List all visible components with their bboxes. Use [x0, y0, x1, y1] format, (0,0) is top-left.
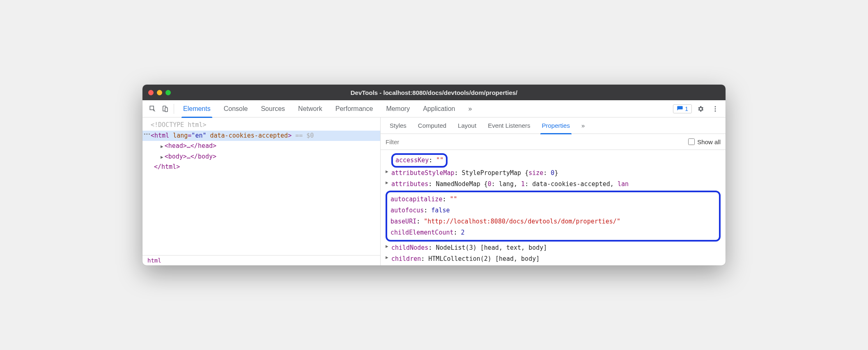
html-close-line[interactable]: </html> [142, 162, 380, 173]
svg-rect-2 [165, 108, 168, 112]
prop-childnodes[interactable]: ▶childNodes: NodeList(3) [head, text, bo… [386, 242, 721, 253]
highlighted-properties-block: autocapitalize: "" autofocus: false base… [386, 191, 721, 242]
tab-performance[interactable]: Performance [329, 100, 380, 117]
titlebar: DevTools - localhost:8080/docs/devtools/… [142, 85, 726, 100]
main-toolbar: Elements Console Sources Network Perform… [142, 100, 726, 117]
kebab-menu-icon[interactable] [709, 103, 721, 115]
more-tabs-icon[interactable]: » [462, 100, 478, 117]
sidebar-tabs: Styles Computed Layout Event Listeners P… [381, 117, 726, 134]
svg-point-5 [715, 110, 716, 111]
tab-application[interactable]: Application [416, 100, 462, 117]
filter-row: Show all [381, 134, 726, 150]
device-toolbar-icon[interactable] [159, 103, 171, 115]
close-window-icon[interactable] [148, 90, 154, 95]
traffic-lights [148, 90, 171, 95]
tab-computed[interactable]: Computed [412, 117, 452, 134]
tab-event-listeners[interactable]: Event Listeners [482, 117, 536, 134]
tab-console[interactable]: Console [217, 100, 255, 117]
more-sidebar-tabs-icon[interactable]: » [576, 117, 590, 134]
breadcrumb[interactable]: html [142, 255, 380, 265]
head-element-line[interactable]: ▶<head>…</head> [142, 141, 380, 152]
prop-attributes[interactable]: ▶attributes: NamedNodeMap {0: lang, 1: d… [386, 179, 721, 190]
prop-autocapitalize[interactable]: autocapitalize: "" [390, 194, 716, 205]
sidebar-pane: Styles Computed Layout Event Listeners P… [381, 117, 726, 265]
prop-baseuri[interactable]: baseURI: "http://localhost:8080/docs/dev… [390, 216, 716, 227]
svg-point-3 [715, 106, 716, 107]
tab-sources[interactable]: Sources [254, 100, 292, 117]
inspect-element-icon[interactable] [147, 103, 159, 115]
prop-attributestylemap[interactable]: ▶attributeStyleMap: StylePropertyMap {si… [386, 168, 721, 179]
panel-tabs: Elements Console Sources Network Perform… [177, 100, 673, 117]
minimize-window-icon[interactable] [157, 90, 162, 95]
doctype-line[interactable]: <!DOCTYPE html> [142, 120, 380, 131]
tab-memory[interactable]: Memory [379, 100, 416, 117]
html-element-line[interactable]: <html lang="en" data-cookies-accepted> =… [142, 131, 380, 141]
maximize-window-icon[interactable] [165, 90, 171, 95]
tab-network[interactable]: Network [292, 100, 329, 117]
tab-properties[interactable]: Properties [536, 117, 576, 134]
tab-layout[interactable]: Layout [452, 117, 482, 134]
show-all-checkbox[interactable] [688, 138, 695, 145]
window-title: DevTools - localhost:8080/docs/devtools/… [142, 89, 726, 96]
filter-input[interactable] [386, 138, 688, 145]
body-element-line[interactable]: ▶<body>…</body> [142, 152, 380, 162]
properties-list: accessKey: "" ▶attributeStyleMap: StyleP… [381, 150, 726, 265]
dom-tree[interactable]: <!DOCTYPE html> <html lang="en" data-coo… [142, 117, 380, 255]
issues-badge[interactable]: 1 [673, 104, 692, 113]
separator [174, 104, 174, 114]
prop-children[interactable]: ▶children: HTMLCollection(2) [head, body… [386, 253, 721, 265]
show-all-toggle[interactable]: Show all [688, 138, 721, 145]
tab-elements[interactable]: Elements [177, 100, 217, 117]
issues-count: 1 [685, 106, 688, 112]
settings-icon[interactable] [694, 103, 707, 115]
show-all-label: Show all [697, 138, 721, 145]
elements-pane: <!DOCTYPE html> <html lang="en" data-coo… [142, 117, 381, 265]
prop-accesskey[interactable]: accessKey: "" [386, 153, 721, 168]
svg-point-4 [715, 108, 716, 109]
prop-childelementcount[interactable]: childElementCount: 2 [390, 227, 716, 238]
prop-autofocus[interactable]: autofocus: false [390, 205, 716, 216]
tab-styles[interactable]: Styles [384, 117, 412, 134]
